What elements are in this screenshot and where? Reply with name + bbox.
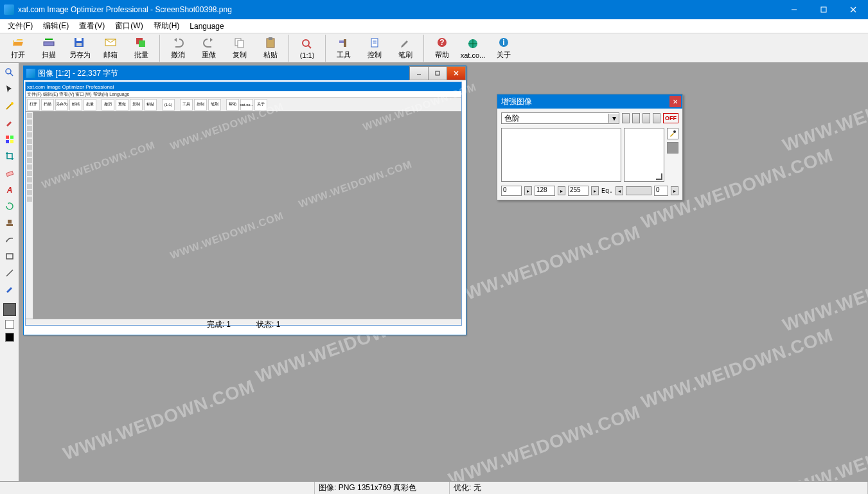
histogram-preview[interactable] (624, 128, 665, 182)
chevron-down-icon: ▾ (608, 114, 619, 123)
preset-btn-2[interactable] (632, 113, 640, 123)
preset-btn-3[interactable] (642, 113, 650, 123)
tool-crop[interactable] (3, 149, 17, 163)
level-out[interactable]: 0 (654, 186, 668, 196)
menu-window[interactable]: 窗口(W) (110, 19, 148, 33)
svg-rect-11 (139, 40, 145, 47)
info-icon: i (497, 36, 510, 49)
preset-btn-1[interactable] (622, 113, 630, 123)
gray-swatch[interactable] (667, 142, 678, 154)
scan-button[interactable]: 扫描 (33, 35, 64, 62)
xatcom-button[interactable]: xat.co... (457, 35, 488, 62)
child-minimize-button[interactable] (409, 66, 429, 80)
color-mini-1[interactable] (5, 320, 14, 329)
maximize-button[interactable] (809, 0, 838, 19)
redo-button[interactable]: 重做 (193, 35, 224, 62)
tools-button[interactable]: 工具 (328, 35, 359, 62)
slider-left-arrow[interactable]: ◂ (616, 186, 623, 195)
menu-help[interactable]: 帮助(H) (148, 19, 185, 33)
image-window-titlebar[interactable]: 图像 [1:2] - 22,337 字节 (24, 66, 466, 80)
image-window[interactable]: 图像 [1:2] - 22,337 字节 xat.com Image Optim… (23, 66, 466, 335)
magnify-icon (301, 37, 314, 50)
saveas-button[interactable]: 另存为 (64, 35, 95, 62)
color-mini-2[interactable] (5, 333, 14, 342)
tool-brush[interactable] (3, 283, 17, 297)
menu-edit[interactable]: 编辑(E) (38, 19, 74, 33)
copy-button[interactable]: 复制 (224, 35, 255, 62)
status-bar: 图像: PNG 868x494 真彩色 优化: 无 (0, 481, 868, 494)
close-button[interactable] (838, 0, 868, 19)
batch-button[interactable]: 批量 (126, 35, 157, 62)
mdi-workspace: WWW.WEIDOWN.COM WWW.WEIDOWN.COM WWW.WEID… (19, 63, 868, 481)
open-button[interactable]: 打开 (3, 35, 33, 62)
inner-menubar: 文件(F) 编辑(E) 查看(V) 窗口(W) 帮助(H) Language (26, 91, 461, 98)
mail-button[interactable]: 邮箱 (95, 35, 126, 62)
svg-rect-13 (238, 40, 244, 48)
status-cell-1 (0, 482, 315, 494)
menu-file[interactable]: 文件(F) (3, 19, 38, 33)
minimize-button[interactable] (779, 0, 809, 19)
level-mid-stepper[interactable]: ▸ (558, 186, 565, 195)
enhance-mode-combo[interactable]: 色阶 ▾ (501, 112, 619, 124)
help-button[interactable]: ?帮助 (427, 35, 457, 62)
tool-rotate[interactable] (3, 199, 17, 213)
about-button[interactable]: i关于 (488, 35, 519, 62)
off-button[interactable]: OFF (663, 113, 678, 123)
enhance-panel[interactable]: 增强图像 ✕ 色阶 ▾ OFF (497, 94, 683, 200)
preset-btn-4[interactable] (653, 113, 660, 123)
child-close-button[interactable] (447, 66, 466, 80)
histogram-main[interactable] (501, 128, 621, 182)
tool-line[interactable] (3, 266, 17, 280)
color-swatch[interactable] (3, 303, 16, 316)
slider-right-arrow[interactable]: ▸ (671, 186, 678, 195)
svg-line-17 (308, 46, 311, 48)
svg-rect-38 (6, 224, 13, 226)
clipboard-icon (368, 36, 381, 49)
control-button[interactable]: 控制 (359, 35, 390, 62)
watermark: WWW.WEIDOWN.COM (446, 222, 643, 310)
inner-titlebar: xat.com Image Optimizer Professional (26, 82, 461, 91)
tool-text[interactable]: A (3, 182, 17, 197)
enhance-panel-title: 增强图像 (501, 96, 669, 107)
menu-view[interactable]: 查看(V) (74, 19, 110, 33)
tool-eraser[interactable] (3, 166, 17, 180)
child-maximize-button[interactable] (428, 66, 447, 80)
status-image-info: 图像: PNG 868x494 真彩色 (315, 482, 450, 494)
menu-bar: 文件(F) 编辑(E) 查看(V) 窗口(W) 帮助(H) Language (0, 19, 868, 33)
copy-icon (233, 36, 246, 49)
level-mid[interactable]: 128 (535, 186, 555, 196)
menu-language[interactable]: Language (184, 21, 229, 32)
svg-rect-39 (6, 254, 13, 259)
level-low[interactable]: 0 (501, 186, 522, 196)
scanner-icon (42, 36, 55, 49)
tool-colorbox[interactable] (3, 132, 17, 146)
tool-arc[interactable] (3, 233, 17, 247)
paste-button[interactable]: 粘贴 (255, 35, 286, 62)
level-slider[interactable] (626, 186, 651, 195)
svg-rect-34 (10, 140, 13, 143)
svg-point-28 (6, 69, 11, 74)
svg-point-30 (11, 102, 13, 105)
tool-paint[interactable] (3, 116, 17, 130)
tool-pointer[interactable] (3, 82, 17, 96)
enhance-panel-close-button[interactable]: ✕ (669, 96, 681, 107)
undo-button[interactable]: 撤消 (163, 35, 193, 62)
window-title: xat.com Image Optimizer Professional - S… (18, 5, 779, 14)
svg-rect-33 (6, 140, 9, 143)
level-high[interactable]: 255 (568, 186, 589, 196)
tool-rect[interactable] (3, 249, 17, 263)
tool-zoom[interactable] (3, 66, 17, 80)
eyedropper-tool[interactable] (667, 128, 678, 139)
enhance-panel-titlebar[interactable]: 增强图像 ✕ (497, 94, 682, 109)
svg-rect-31 (6, 136, 9, 139)
tool-wand[interactable] (3, 99, 17, 113)
level-high-stepper[interactable]: ▸ (591, 186, 599, 195)
hammer-icon (337, 36, 350, 49)
level-low-stepper[interactable]: ▸ (524, 186, 532, 195)
svg-line-29 (10, 73, 13, 76)
tool-stamp[interactable] (3, 216, 17, 230)
brush-button[interactable]: 笔刷 (390, 35, 421, 62)
watermark: WWW.WEIDOWN.COM (446, 401, 643, 481)
fit-button[interactable]: (1:1) (292, 35, 323, 62)
svg-text:i: i (502, 38, 504, 47)
